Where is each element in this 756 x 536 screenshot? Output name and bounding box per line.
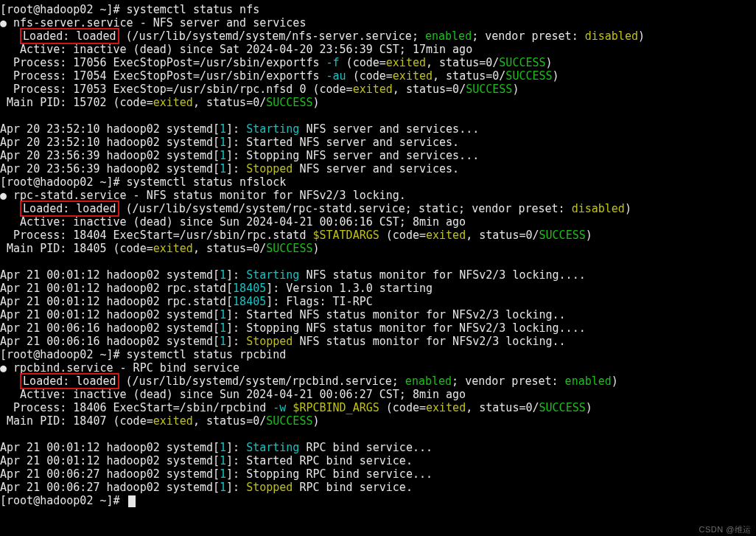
- paren-close: ): [312, 242, 319, 255]
- text: ]:: [226, 441, 246, 454]
- pid-num: 1: [220, 441, 226, 454]
- text: (code=: [379, 229, 426, 242]
- text: ]:: [226, 335, 246, 348]
- pid-num: 1: [220, 481, 226, 494]
- env-var: $STATDARGS: [312, 229, 379, 242]
- success: SUCCESS: [266, 96, 312, 109]
- text: ]: Started NFS server and services.: [226, 136, 459, 149]
- disabled-text: disabled: [572, 202, 625, 215]
- paren-close: ): [512, 83, 519, 96]
- pid-num: 1: [220, 268, 226, 282]
- text: NFS server and services.: [293, 162, 459, 175]
- text: RPC bind service.: [293, 481, 413, 494]
- paren-close: ): [586, 229, 592, 242]
- stopped: Stopped: [246, 335, 293, 348]
- text: ]: Started NFS status monitor for NFSv2/…: [226, 308, 566, 321]
- text: (code=: [379, 401, 426, 414]
- terminal-output: [root@hadoop02 ~]# systemctl status nfs …: [0, 0, 756, 522]
- pid-num: 1: [220, 321, 226, 335]
- prompt[interactable]: [root@hadoop02 ~]#: [0, 175, 127, 189]
- paren-close: ): [553, 69, 559, 83]
- text: , status=0/: [193, 242, 266, 255]
- text: RPC bind service...: [299, 441, 433, 454]
- text: (code=: [346, 69, 393, 83]
- active-line: Active: inactive (dead) since Sat 2024-0…: [0, 43, 472, 56]
- flag: -w: [273, 401, 286, 414]
- log-line: Apr 21 00:06:16 hadoop02 systemd[: [0, 335, 220, 348]
- success: SUCCESS: [466, 83, 512, 96]
- loaded-path: (/usr/lib/systemd/system/rpc-statd.servi…: [119, 202, 572, 215]
- text: (code=: [340, 56, 386, 69]
- cursor[interactable]: [128, 495, 136, 507]
- prompt[interactable]: [root@hadoop02 ~]#: [0, 3, 127, 16]
- paren-close: ): [312, 96, 319, 109]
- prompt[interactable]: [root@hadoop02 ~]#: [0, 348, 127, 361]
- log-line: Apr 21 00:06:27 hadoop02 systemd[: [0, 481, 220, 494]
- env-var: $RPCBIND_ARGS: [293, 401, 379, 414]
- exited: exited: [153, 414, 193, 428]
- text: , status=0/: [393, 83, 466, 96]
- status-dot: ●: [0, 361, 13, 375]
- success: SUCCESS: [505, 69, 552, 83]
- log-line: Apr 20 23:56:39 hadoop02 systemd[: [0, 162, 220, 175]
- paren-close: ): [638, 29, 645, 43]
- enabled-text: enabled: [565, 375, 612, 388]
- active-line: Active: inactive (dead) since Sun 2024-0…: [0, 388, 466, 401]
- log-line: Apr 21 00:01:12 hadoop02 systemd[: [0, 454, 220, 467]
- text: ]:: [226, 122, 246, 136]
- text: ]: Stopping NFS status monitor for NFSv2…: [226, 321, 586, 335]
- loaded-highlight: Loaded: loaded: [20, 373, 119, 389]
- log-line: Apr 21 00:01:12 hadoop02 systemd[: [0, 268, 220, 282]
- paren-close: ): [546, 56, 553, 69]
- process-line: Process: 18404 ExecStart=/usr/sbin/rpc.s…: [0, 229, 312, 242]
- success: SUCCESS: [499, 56, 545, 69]
- text: ]:: [226, 268, 246, 282]
- enabled-text: enabled: [425, 29, 472, 43]
- text: ]: Stopping NFS server and services...: [226, 149, 479, 162]
- stopped: Stopped: [246, 481, 293, 494]
- pid-num: 1: [220, 162, 226, 175]
- starting: Starting: [246, 122, 299, 136]
- stopped: Stopped: [246, 162, 293, 175]
- text: ]: Flags: TI-RPC: [266, 295, 373, 308]
- status-dot: ●: [0, 16, 13, 29]
- text: , status=0/: [193, 414, 266, 428]
- exited: exited: [153, 96, 193, 109]
- text: ]: Started RPC bind service.: [226, 454, 413, 467]
- log-line: Apr 21 00:01:12 hadoop02 rpc.statd[: [0, 295, 233, 308]
- pid-num: 1: [220, 136, 226, 149]
- paren-close: ): [312, 414, 319, 428]
- starting: Starting: [246, 268, 299, 282]
- text: , status=0/: [426, 56, 499, 69]
- flag: -f: [326, 56, 340, 69]
- success: SUCCESS: [539, 401, 586, 414]
- disabled-text: disabled: [585, 29, 638, 43]
- exited: exited: [386, 56, 426, 69]
- text: , status=0/: [193, 96, 266, 109]
- loaded-highlight: Loaded: loaded: [20, 201, 119, 217]
- exited: exited: [426, 229, 466, 242]
- pid-num: 1: [220, 122, 226, 136]
- loaded-path: (/usr/lib/systemd/system/rpcbind.service…: [119, 375, 405, 388]
- loaded-highlight: Loaded: loaded: [20, 28, 119, 44]
- exited: exited: [426, 401, 466, 414]
- text: NFS status monitor for NFSv2/3 locking..…: [299, 268, 585, 282]
- log-line: Apr 21 00:01:12 hadoop02 systemd[: [0, 308, 220, 321]
- main-pid: Main PID: 15702 (code=: [0, 96, 153, 109]
- text: ]: Stopping RPC bind service...: [226, 467, 433, 481]
- main-pid: Main PID: 18407 (code=: [0, 414, 153, 428]
- pid-num: 1: [220, 454, 226, 467]
- flag: -au: [326, 69, 346, 83]
- vendor-preset-label: ; vendor preset:: [452, 375, 565, 388]
- log-line: Apr 20 23:52:10 hadoop02 systemd[: [0, 136, 220, 149]
- pid-num: 1: [220, 335, 226, 348]
- pid-num: 1: [220, 308, 226, 321]
- active-line: Active: inactive (dead) since Sun 2024-0…: [0, 215, 466, 229]
- log-line: Apr 21 00:06:16 hadoop02 systemd[: [0, 321, 220, 335]
- log-line: Apr 21 00:01:12 hadoop02 systemd[: [0, 441, 220, 454]
- paren-close: ): [625, 202, 631, 215]
- log-line: Apr 20 23:56:39 hadoop02 systemd[: [0, 149, 220, 162]
- prompt[interactable]: [root@hadoop02 ~]#: [0, 494, 127, 507]
- text: NFS status monitor for NFSv2/3 locking..: [293, 335, 565, 348]
- enabled-text: enabled: [405, 375, 452, 388]
